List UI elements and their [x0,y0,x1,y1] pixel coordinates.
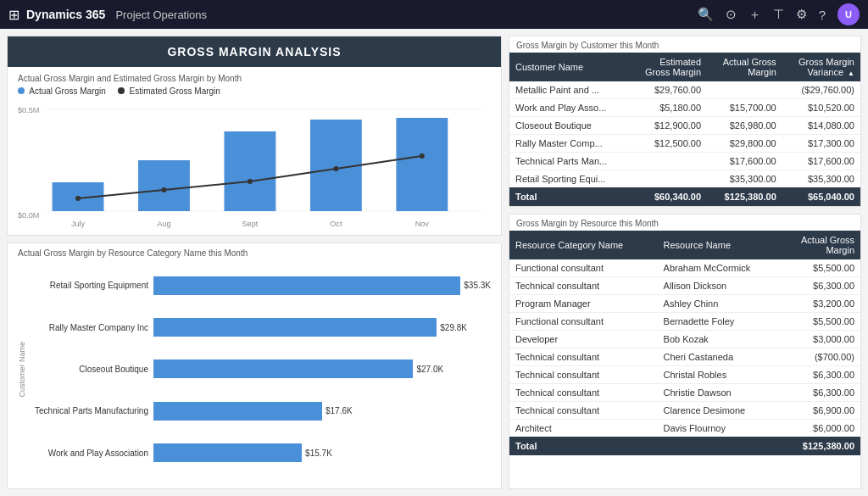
hbar-bar-container: $17.6K [153,402,491,421]
cell-customer: Closeout Boutique [509,117,629,135]
hbar-row-value: $27.0K [416,365,443,374]
cell-category: Technical consultant [509,384,658,402]
top-table-total-row: Total $60,340.00 $125,380.00 $65,040.00 [509,187,860,206]
table-row: Technical consultant Christie Dawson $6,… [509,384,860,402]
hbar-content: Customer Name Retail Sporting Equipment … [8,261,501,481]
bottom-table-scroll[interactable]: Resource Category Name Resource Name Act… [509,231,860,488]
cell-estimated: $12,500.00 [629,135,707,153]
svg-point-13 [420,153,425,159]
svg-text:July: July [71,220,86,228]
cell-name: Abraham McCormick [658,259,780,277]
total-estimated: $60,340.00 [629,187,707,206]
svg-point-11 [248,179,253,184]
legend-estimated: Estimated Gross Margin [118,86,220,96]
gma-title: GROSS MARGIN ANALYSIS [8,36,501,67]
hbar-row: Work and Play Association $15.7K [30,443,491,462]
cell-customer: Rally Master Comp... [509,135,629,153]
cell-category: Technical consultant [509,277,658,295]
table-row: Closeout Boutique $12,900.00 $26,980.00 … [509,117,860,135]
app-label: Project Operations [115,8,207,21]
cell-customer: Work and Play Asso... [509,99,629,117]
hbar-row-value: $29.8K [440,323,467,332]
svg-rect-5 [138,160,190,211]
line-bar-chart-title: Actual Gross Margin and Estimated Gross … [18,74,491,83]
actual-dot [18,87,25,94]
cell-name: Cheri Castaneda [658,348,780,366]
cell-actual: $6,300.00 [780,384,860,402]
table-row: Retail Sporting Equi... $35,300.00 $35,3… [509,170,860,188]
col-variance: Gross MarginVariance ▲ [782,53,860,81]
top-table: Customer Name EstimatedGross Margin Actu… [509,53,860,206]
cell-actual: $3,200.00 [780,295,860,313]
new-icon[interactable]: ＋ [748,7,761,23]
help-icon[interactable]: ? [819,8,826,22]
user-avatar[interactable]: U [837,3,860,25]
hbar-rows: Retail Sporting Equipment $35.3K Rally M… [30,265,491,474]
svg-text:Sept: Sept [242,220,259,228]
bottom-table-total-row: Total $125,380.00 [509,437,860,455]
cell-estimated: $12,900.00 [629,117,707,135]
cell-customer: Technical Parts Man... [509,153,629,170]
hbar-row-value: $15.7K [305,449,332,458]
cell-estimated [629,153,707,170]
col-actual-margin: Actual GrossMargin [780,231,860,259]
hbar-row-label: Closeout Boutique [30,365,148,374]
cell-actual [707,81,782,99]
settings-icon[interactable]: ⚙ [796,7,807,22]
hbar-title: Actual Gross Margin by Resource Category… [8,243,501,261]
svg-text:Aug: Aug [157,220,170,228]
cell-actual: $5,500.00 [780,313,860,331]
cell-actual: $15,700.00 [707,99,782,117]
hbar-row-label: Technical Parts Manufacturing [30,406,148,415]
cell-customer: Retail Sporting Equi... [509,170,629,188]
cell-category: Technical consultant [509,348,658,366]
cell-variance: $17,600.00 [782,153,860,170]
top-table-title: Gross Margin by Customer this Month [509,36,860,53]
hbar-row-label: Work and Play Association [30,449,148,458]
bottom-table-body: Functional consultant Abraham McCormick … [509,259,860,437]
cell-category: Technical consultant [509,366,658,384]
hbar-row: Technical Parts Manufacturing $17.6K [30,402,491,421]
cell-name: Clarence Desimone [658,402,780,420]
table-row: Architect Davis Flournoy $6,000.00 [509,420,860,437]
cell-actual: $6,000.00 [780,420,860,437]
hbar-row-label: Rally Master Company Inc [30,323,148,332]
search-icon[interactable]: 🔍 [698,7,714,22]
top-table-card: Gross Margin by Customer this Month Cust… [509,36,861,207]
cell-name: Ashley Chinn [658,295,780,313]
cell-estimated [629,170,707,188]
cell-name: Bob Kozak [658,331,780,348]
cell-category: Program Manager [509,295,658,313]
chart-legend: Actual Gross Margin Estimated Gross Marg… [18,86,491,96]
hbar-bar-container: $15.7K [153,443,491,462]
bottom-total-actual: $125,380.00 [780,437,860,455]
cell-actual: $35,300.00 [707,170,782,188]
cell-estimated: $29,760.00 [629,81,707,99]
cell-variance: $14,080.00 [782,117,860,135]
hbar-bar-container: $29.8K [153,318,491,337]
left-panel: GROSS MARGIN ANALYSIS Actual Gross Margi… [0,29,509,496]
hbar-bar [153,318,437,337]
table-row: Functional consultant Bernadette Foley $… [509,313,860,331]
table-row: Technical consultant Clarence Desimone $… [509,402,860,420]
cell-actual: $3,000.00 [780,331,860,348]
gma-body: Actual Gross Margin and Estimated Gross … [8,67,501,235]
table-row: Rally Master Comp... $12,500.00 $29,800.… [509,135,860,153]
cell-name: Christal Robles [658,366,780,384]
table-row: Developer Bob Kozak $3,000.00 [509,331,860,348]
col-estimated: EstimatedGross Margin [629,53,707,81]
cell-name: Allison Dickson [658,277,780,295]
bottom-table-card: Gross Margin by Resource this Month Reso… [509,214,861,489]
svg-point-9 [75,196,81,201]
svg-point-10 [161,187,166,192]
hbar-bar [153,276,460,295]
cell-customer: Metallic Paint and ... [509,81,629,99]
bottom-table: Resource Category Name Resource Name Act… [509,231,860,455]
hbar-bar-container: $35.3K [153,276,491,295]
cell-variance: $35,300.00 [782,170,860,188]
grid-icon[interactable]: ⊞ [8,7,19,23]
hbar-row: Rally Master Company Inc $29.8K [30,318,491,337]
recent-icon[interactable]: ⊙ [726,7,737,22]
hbar-row-value: $17.6K [326,406,353,415]
filter-icon[interactable]: ⊤ [773,7,784,22]
